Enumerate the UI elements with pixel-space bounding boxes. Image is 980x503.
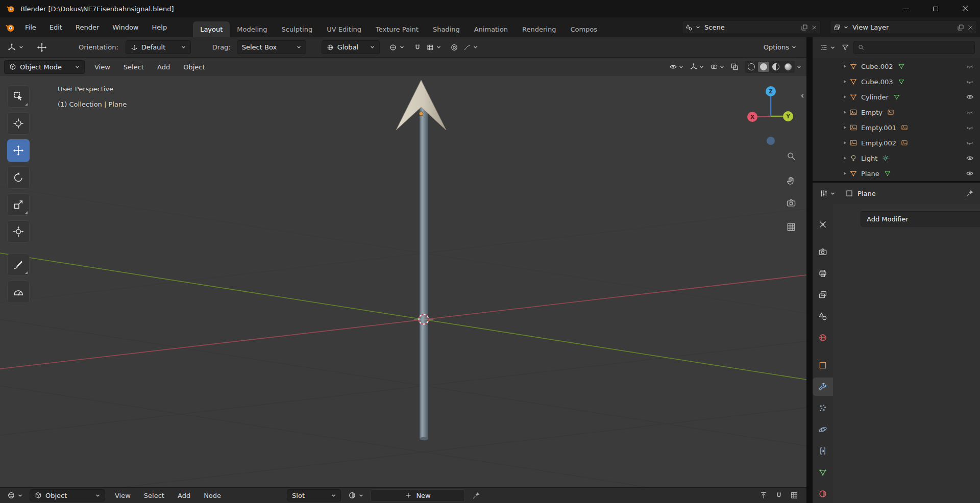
outliner-search[interactable] xyxy=(853,41,975,54)
tab-modifiers[interactable] xyxy=(813,378,833,396)
viewport-canvas[interactable]: User Perspective (1) Collection | Plane … xyxy=(0,76,806,487)
tab-animation[interactable]: Animation xyxy=(467,21,515,37)
outliner-row-cube-003[interactable]: Cube.003 xyxy=(813,74,980,89)
hide-toggle[interactable] xyxy=(966,154,974,162)
xray-toggle[interactable] xyxy=(727,60,742,73)
object-name[interactable]: Cube.002 xyxy=(861,63,893,70)
view-layer-browse-icon[interactable] xyxy=(834,24,841,31)
snap-magnet-icon[interactable] xyxy=(775,491,783,499)
active-tool-selector[interactable] xyxy=(4,40,27,54)
tab-view-layer[interactable] xyxy=(813,286,833,304)
tab-object[interactable] xyxy=(813,356,833,374)
viewport-menu-object[interactable]: Object xyxy=(177,60,211,73)
shading-dropdown-chevron[interactable] xyxy=(797,65,801,69)
tab-material[interactable] xyxy=(813,485,833,503)
minimize-button[interactable] xyxy=(891,0,921,17)
unlink-scene-icon[interactable] xyxy=(811,24,817,31)
disclosure-arrow-icon[interactable] xyxy=(842,79,849,84)
material-browse-dropdown[interactable] xyxy=(345,489,366,502)
hide-toggle[interactable] xyxy=(966,78,974,86)
remove-view-layer-icon[interactable] xyxy=(967,24,973,31)
tab-layout[interactable]: Layout xyxy=(193,21,230,37)
hide-toggle[interactable] xyxy=(966,108,974,116)
new-view-layer-icon[interactable] xyxy=(957,24,964,31)
gizmo-neg-z-ball[interactable] xyxy=(767,137,775,145)
transform-orientation-dropdown[interactable]: Global xyxy=(322,40,380,54)
object-name[interactable]: Cylinder xyxy=(861,93,889,101)
gizmos-dropdown[interactable] xyxy=(687,60,707,73)
outliner-editor-type-selector[interactable] xyxy=(817,41,838,55)
menu-window[interactable]: Window xyxy=(106,21,145,34)
object-name[interactable]: Plane xyxy=(861,170,879,178)
maximize-button[interactable] xyxy=(921,0,950,17)
object-name[interactable]: Cube.003 xyxy=(861,78,893,86)
disclosure-arrow-icon[interactable] xyxy=(842,140,849,145)
breadcrumb-object-name[interactable]: Plane xyxy=(857,190,876,197)
shader-menu-view[interactable]: View xyxy=(108,489,137,502)
snap-settings-dropdown[interactable] xyxy=(424,40,444,54)
tab-render[interactable] xyxy=(813,243,833,261)
scene-browse-icon[interactable] xyxy=(685,24,693,31)
camera-view-button[interactable] xyxy=(783,195,799,211)
shading-solid-button[interactable] xyxy=(758,62,769,72)
outliner-row-empty-002[interactable]: Empty.002 xyxy=(813,135,980,150)
annotate-tool-button[interactable] xyxy=(7,254,30,276)
tab-uv-editing[interactable]: UV Editing xyxy=(320,21,369,37)
scale-tool-button[interactable] xyxy=(7,193,30,216)
menu-file[interactable]: File xyxy=(18,21,43,34)
object-name[interactable]: Empty.002 xyxy=(861,139,896,147)
blender-menu-icon[interactable] xyxy=(5,22,15,33)
visibility-dropdown[interactable] xyxy=(666,60,687,73)
parent-up-icon[interactable] xyxy=(760,491,768,499)
zoom-button[interactable] xyxy=(783,148,799,164)
transform-tool-button[interactable] xyxy=(7,220,30,243)
shader-menu-node[interactable]: Node xyxy=(197,489,228,502)
viewport-menu-add[interactable]: Add xyxy=(151,60,177,73)
shader-menu-select[interactable]: Select xyxy=(137,489,171,502)
options-dropdown[interactable]: Options xyxy=(761,40,799,54)
menu-help[interactable]: Help xyxy=(145,21,174,34)
tab-particles[interactable] xyxy=(813,399,833,417)
overlays-dropdown[interactable] xyxy=(707,60,727,73)
slot-dropdown[interactable]: Slot xyxy=(287,489,341,501)
pin-id-icon[interactable] xyxy=(966,189,974,197)
overlay-grid-icon[interactable] xyxy=(790,491,798,499)
disclosure-arrow-icon[interactable] xyxy=(842,64,849,69)
tab-shading[interactable]: Shading xyxy=(426,21,467,37)
add-modifier-dropdown[interactable]: Add Modifier xyxy=(861,211,980,227)
tab-output[interactable] xyxy=(813,264,833,283)
hide-toggle[interactable] xyxy=(966,169,974,178)
outliner-row-empty[interactable]: Empty xyxy=(813,105,980,120)
hide-toggle[interactable] xyxy=(966,62,974,70)
filter-funnel-icon[interactable] xyxy=(841,43,849,52)
disclosure-arrow-icon[interactable] xyxy=(842,171,849,176)
measure-tool-button[interactable] xyxy=(7,281,30,303)
drag-dropdown[interactable]: Select Box xyxy=(237,40,306,54)
editor-type-selector[interactable] xyxy=(4,489,26,502)
menu-edit[interactable]: Edit xyxy=(43,21,69,34)
tab-rendering[interactable]: Rendering xyxy=(515,21,563,37)
hide-toggle[interactable] xyxy=(966,139,974,147)
shading-wireframe-button[interactable] xyxy=(746,62,757,72)
outliner-search-input[interactable] xyxy=(868,44,971,52)
object-name[interactable]: Empty xyxy=(861,109,883,116)
tab-object-data[interactable] xyxy=(813,463,833,482)
signal-pole[interactable] xyxy=(420,106,428,439)
outliner-row-cylinder[interactable]: Cylinder xyxy=(813,89,980,105)
move-tool-button[interactable] xyxy=(7,139,30,162)
outliner-row-empty-001[interactable]: Empty.001 xyxy=(813,120,980,135)
menu-render[interactable]: Render xyxy=(69,21,106,34)
new-material-button[interactable]: New xyxy=(371,489,465,502)
tab-sculpting[interactable]: Sculpting xyxy=(274,21,320,37)
shader-menu-add[interactable]: Add xyxy=(171,489,197,502)
proportional-editing-toggle[interactable] xyxy=(450,43,458,52)
object-name[interactable]: Empty.001 xyxy=(861,124,896,132)
new-scene-icon[interactable] xyxy=(801,24,808,31)
tab-compositing[interactable]: Compos xyxy=(563,21,604,37)
sidebar-toggle[interactable] xyxy=(798,89,806,103)
orientation-dropdown[interactable]: Default xyxy=(126,40,191,54)
mode-dropdown[interactable]: Object Mode xyxy=(4,60,85,74)
properties-editor-type-selector[interactable] xyxy=(817,187,838,200)
scene-name[interactable]: Scene xyxy=(703,23,798,31)
close-button[interactable] xyxy=(950,0,980,17)
